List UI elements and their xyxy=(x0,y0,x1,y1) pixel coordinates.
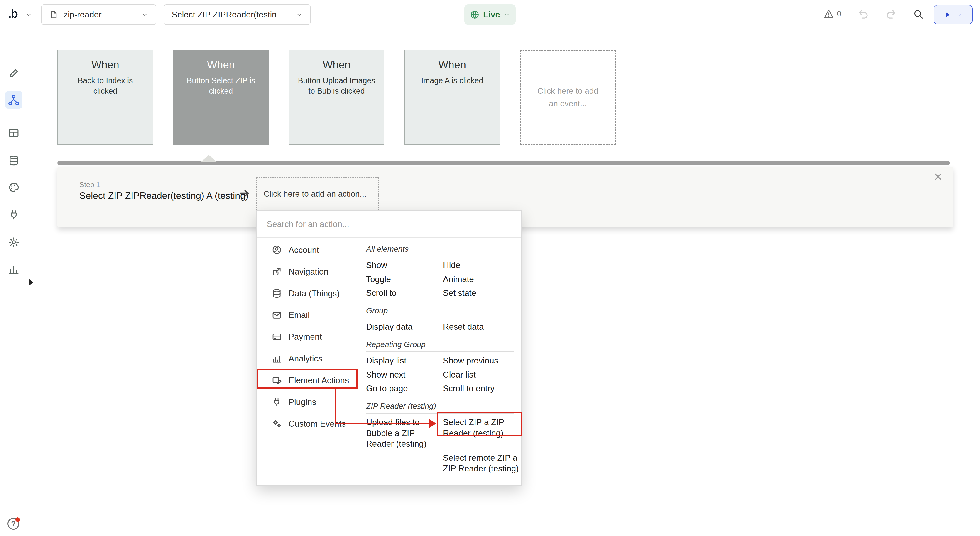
event-card-back-to-index[interactable]: When Back to Index is clicked xyxy=(57,50,153,145)
payment-icon xyxy=(272,332,282,342)
undo-button[interactable] xyxy=(858,8,869,20)
environment-label: Live xyxy=(483,10,500,19)
logo-chevron-down-icon[interactable] xyxy=(25,12,32,18)
action-item-empty xyxy=(366,453,443,474)
action-item-select-remote-zip[interactable]: Select remote ZIP a ZIP Reader (testing) xyxy=(443,453,522,474)
workflow-icon[interactable] xyxy=(5,91,22,109)
action-item-show[interactable]: Show xyxy=(366,260,443,271)
action-item-display-list[interactable]: Display list xyxy=(366,355,443,366)
issues-count: 0 xyxy=(837,9,842,18)
action-item-select-zip[interactable]: Select ZIP a ZIP Reader (testing) xyxy=(443,417,522,449)
action-item-clear-list[interactable]: Clear list xyxy=(443,369,522,380)
action-row: Scroll to Set state xyxy=(366,286,514,300)
category-label: Account xyxy=(288,245,319,255)
section-all-elements: All elements Show Hide Toggle Animate Sc… xyxy=(366,241,514,300)
action-picker-popup: Account Navigation Data (Things) Email P… xyxy=(256,211,522,486)
action-item-display-data[interactable]: Display data xyxy=(366,322,443,332)
sidebar-expand-handle[interactable] xyxy=(29,279,33,286)
preview-button[interactable] xyxy=(934,5,972,24)
globe-icon xyxy=(470,10,479,19)
category-data-things[interactable]: Data (Things) xyxy=(257,282,358,304)
search-button[interactable] xyxy=(913,9,924,19)
element-actions-icon xyxy=(272,376,282,385)
category-analytics[interactable]: Analytics xyxy=(257,348,358,369)
plugins-icon[interactable] xyxy=(6,208,21,222)
redo-button[interactable] xyxy=(885,8,897,20)
action-item-reset-data[interactable]: Reset data xyxy=(443,322,522,332)
action-item-scroll-to-entry[interactable]: Scroll to entry xyxy=(443,383,522,394)
action-item-toggle[interactable]: Toggle xyxy=(366,274,443,285)
bubble-editor: .b zip-reader Select ZIP ZIPReader(testi… xyxy=(0,0,980,536)
event-subtitle: Button Select ZIP is clicked xyxy=(181,75,260,96)
action-row: Show next Clear list xyxy=(366,368,514,382)
data-icon[interactable] xyxy=(6,153,21,168)
page-selector-dropdown[interactable]: zip-reader xyxy=(41,4,156,25)
section-group: Group Display data Reset data xyxy=(366,303,514,334)
chevron-down-icon xyxy=(141,11,148,18)
action-item-show-next[interactable]: Show next xyxy=(366,369,443,380)
page-selector-value: zip-reader xyxy=(64,10,102,19)
category-custom-events[interactable]: Custom Events xyxy=(257,413,358,435)
section-repeating-group: Repeating Group Display list Show previo… xyxy=(366,337,514,395)
category-label: Email xyxy=(288,310,310,320)
action-item-upload-files-to-bubble[interactable]: Upload files to Bubble a ZIP Reader (tes… xyxy=(366,417,443,449)
close-icon[interactable] xyxy=(934,172,943,181)
chevron-down-icon xyxy=(956,11,962,18)
category-navigation[interactable]: Navigation xyxy=(257,261,358,282)
styles-icon[interactable] xyxy=(6,180,21,195)
category-plugins[interactable]: Plugins xyxy=(257,391,358,413)
environment-live-badge[interactable]: Live xyxy=(465,4,515,25)
action-item-animate[interactable]: Animate xyxy=(443,274,522,285)
workflow-track-bar[interactable] xyxy=(57,161,950,165)
topbar: .b zip-reader Select ZIP ZIPReader(testi… xyxy=(0,0,980,29)
action-item-go-to-page[interactable]: Go to page xyxy=(366,383,443,394)
layout-icon[interactable] xyxy=(6,125,21,141)
section-header: All elements xyxy=(366,241,514,257)
settings-icon[interactable] xyxy=(6,235,21,250)
element-selector-dropdown[interactable]: Select ZIP ZIPReader(testin... xyxy=(164,4,310,25)
logs-icon[interactable] xyxy=(6,262,21,277)
arrow-right-icon xyxy=(239,188,250,198)
event-card-button-select-zip[interactable]: When Button Select ZIP is clicked xyxy=(173,50,269,145)
design-pencil-icon[interactable] xyxy=(6,65,21,81)
add-action-button[interactable]: Click here to add an action... xyxy=(256,177,379,211)
element-selector-value: Select ZIP ZIPReader(testin... xyxy=(172,10,283,19)
database-icon xyxy=(272,289,282,298)
bubble-logo[interactable]: .b xyxy=(8,7,18,21)
category-payment[interactable]: Payment xyxy=(257,326,358,348)
help-button[interactable]: ? xyxy=(8,518,19,530)
action-item-set-state[interactable]: Set state xyxy=(443,288,522,299)
action-row: Toggle Animate xyxy=(366,272,514,286)
section-header: Group xyxy=(366,303,514,318)
event-subtitle: Button Upload Images to Bub is clicked xyxy=(297,75,376,96)
action-item-scroll-to[interactable]: Scroll to xyxy=(366,288,443,299)
custom-events-icon xyxy=(272,419,282,429)
step-title[interactable]: Select ZIP ZIPReader(testing) A (testing… xyxy=(80,190,248,201)
event-subtitle: Back to Index is clicked xyxy=(66,75,145,96)
step-number-label: Step 1 xyxy=(80,181,100,189)
event-card-button-upload-images[interactable]: When Button Upload Images to Bub is clic… xyxy=(289,50,385,145)
event-title: When xyxy=(58,59,153,71)
action-picker-body: Account Navigation Data (Things) Email P… xyxy=(257,238,522,486)
issues-indicator[interactable]: 0 xyxy=(824,9,842,19)
play-icon xyxy=(944,11,951,18)
category-email[interactable]: Email xyxy=(257,304,358,326)
help-label: ? xyxy=(11,519,16,528)
navigation-icon xyxy=(272,266,282,277)
action-row: Go to page Scroll to entry xyxy=(366,382,514,395)
category-account[interactable]: Account xyxy=(257,239,358,261)
event-subtitle: Image A is clicked xyxy=(413,75,492,86)
action-categories: Account Navigation Data (Things) Email P… xyxy=(257,238,358,486)
action-item-hide[interactable]: Hide xyxy=(443,260,522,271)
chevron-down-icon xyxy=(504,11,510,18)
category-element-actions[interactable]: Element Actions xyxy=(257,369,358,391)
selected-event-pointer xyxy=(201,155,216,162)
event-card-image-a[interactable]: When Image A is clicked xyxy=(404,50,500,145)
action-item-show-previous[interactable]: Show previous xyxy=(443,355,522,366)
action-list: All elements Show Hide Toggle Animate Sc… xyxy=(358,238,522,486)
event-title: When xyxy=(405,59,500,71)
left-sidebar: ? xyxy=(0,29,27,536)
action-search-input[interactable] xyxy=(267,219,512,229)
add-event-button[interactable]: Click here to add an event... xyxy=(520,50,616,145)
action-row: Show Hide xyxy=(366,258,514,272)
